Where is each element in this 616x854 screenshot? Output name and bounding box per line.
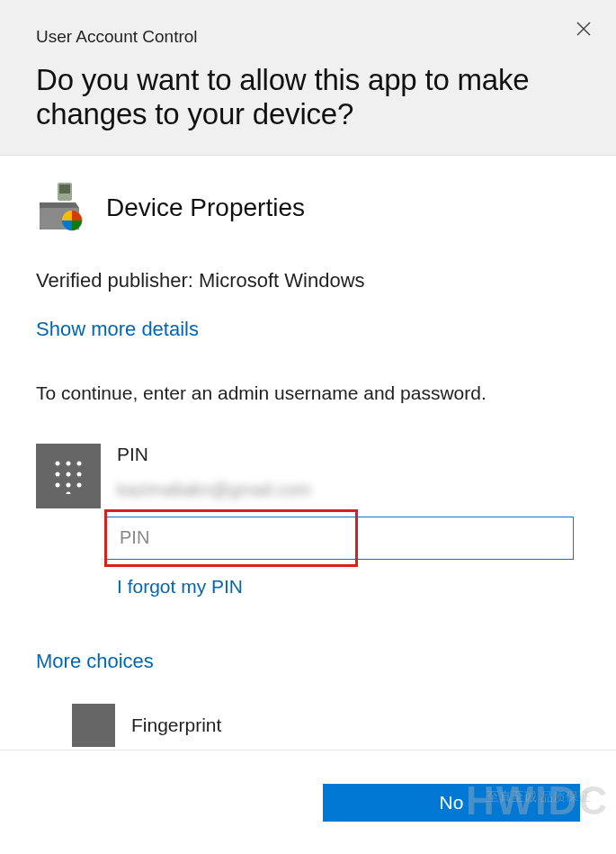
credential-section: PIN kazimaliakn@gmail.com I forgot my PI… [36, 444, 580, 598]
svg-point-15 [67, 491, 71, 494]
svg-point-12 [56, 482, 60, 487]
svg-point-10 [67, 472, 71, 476]
svg-point-11 [77, 472, 82, 476]
no-button[interactable]: No [323, 784, 580, 822]
admin-instruction: To continue, enter an admin username and… [36, 382, 580, 404]
pin-input[interactable] [106, 517, 574, 560]
pin-method-label: PIN [117, 444, 580, 465]
app-name: Device Properties [106, 193, 305, 222]
svg-point-9 [56, 472, 60, 476]
alt-method-row[interactable]: Fingerprint [72, 704, 580, 747]
dialog-footer: No [0, 750, 616, 854]
close-button[interactable] [571, 16, 596, 41]
svg-rect-3 [59, 184, 70, 193]
dialog-content: Device Properties Verified publisher: Mi… [0, 156, 616, 765]
close-icon [576, 21, 592, 37]
app-info-row: Device Properties [36, 181, 580, 235]
uac-dialog: User Account Control Do you want to allo… [0, 0, 616, 854]
dialog-title: User Account Control [36, 27, 580, 47]
account-email-blurred: kazimaliakn@gmail.com [117, 480, 580, 500]
publisher-info: Verified publisher: Microsoft Windows [36, 269, 580, 292]
credential-fields: PIN kazimaliakn@gmail.com I forgot my PI… [117, 444, 580, 598]
svg-point-7 [67, 461, 71, 465]
app-icon [36, 181, 90, 235]
dialog-question: Do you want to allow this app to make ch… [36, 63, 580, 131]
pin-pad-icon [36, 444, 101, 508]
fingerprint-icon [72, 704, 115, 747]
more-choices-link[interactable]: More choices [36, 650, 154, 673]
forgot-pin-link[interactable]: I forgot my PIN [117, 576, 243, 598]
pin-input-container [106, 517, 580, 560]
svg-point-14 [77, 482, 82, 487]
svg-point-8 [77, 461, 82, 465]
dialog-header: User Account Control Do you want to allo… [0, 0, 616, 156]
svg-point-13 [67, 482, 71, 487]
show-more-details-link[interactable]: Show more details [36, 318, 199, 341]
alt-method-label: Fingerprint [131, 715, 221, 736]
publisher-prefix: Verified publisher: [36, 269, 199, 292]
publisher-name: Microsoft Windows [199, 269, 365, 292]
svg-point-6 [56, 461, 60, 465]
